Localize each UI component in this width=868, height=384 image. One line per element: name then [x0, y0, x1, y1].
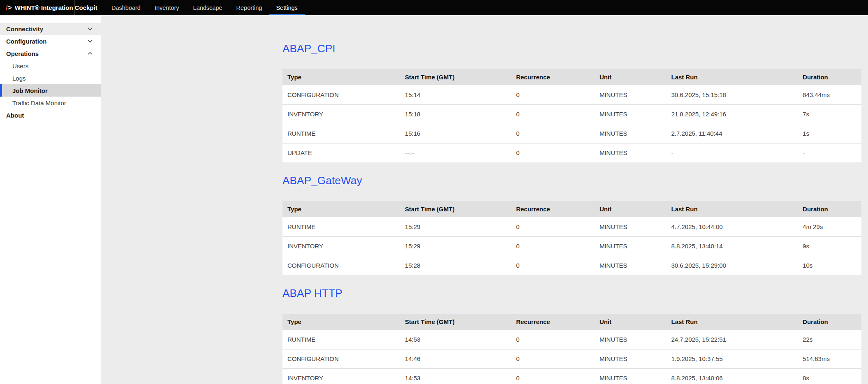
- sidebar-item-label: Connectivity: [6, 25, 43, 32]
- cell-unit: MINUTES: [595, 349, 667, 368]
- job-table: TypeStart Time (GMT)RecurrenceUnitLast R…: [282, 69, 861, 162]
- column-header: Unit: [595, 201, 667, 217]
- tab-landscape[interactable]: Landscape: [186, 0, 229, 15]
- column-header: Start Time (GMT): [400, 201, 511, 217]
- column-header: Duration: [798, 69, 861, 85]
- cell-last-run: 21.8.2025, 12:49:16: [666, 104, 798, 124]
- cell-type: RUNTIME: [282, 217, 400, 236]
- job-table: TypeStart Time (GMT)RecurrenceUnitLast R…: [282, 201, 861, 275]
- chevron-down-icon: [88, 39, 93, 43]
- cell-unit: MINUTES: [595, 217, 667, 236]
- column-header: Recurrence: [511, 201, 595, 217]
- cell-start-time: 15:18: [400, 104, 511, 124]
- column-header: Duration: [798, 314, 861, 330]
- sidebar-item-logs[interactable]: Logs: [0, 72, 101, 84]
- cell-recurrence: 0: [511, 217, 595, 236]
- cell-duration: 4m 29s: [798, 217, 861, 236]
- cell-type: CONFIGURATION: [282, 256, 400, 275]
- column-header: Type: [282, 201, 400, 217]
- cell-start-time: 14:53: [400, 330, 511, 349]
- tab-inventory[interactable]: Inventory: [148, 0, 186, 15]
- cell-recurrence: 0: [511, 330, 595, 349]
- cell-last-run: 4.7.2025, 10:44:00: [666, 217, 798, 236]
- sidebar-item-job-monitor[interactable]: Job Monitor: [0, 84, 101, 97]
- cell-duration: 843.44ms: [798, 85, 861, 104]
- cell-last-run: 8.8.2025, 13:40:14: [666, 236, 798, 256]
- column-header: Type: [282, 69, 400, 85]
- sidebar-item-about[interactable]: About: [0, 109, 101, 121]
- table-row: INVENTORY15:180MINUTES21.8.2025, 12:49:1…: [282, 104, 861, 124]
- section-abap-http: ABAP HTTP TypeStart Time (GMT)Recurrence…: [282, 286, 861, 384]
- chevron-up-icon: [88, 52, 93, 55]
- cell-duration: 8s: [798, 368, 861, 384]
- cell-recurrence: 0: [511, 85, 595, 104]
- job-table: TypeStart Time (GMT)RecurrenceUnitLast R…: [282, 314, 861, 384]
- sidebar-item-label: About: [6, 112, 24, 119]
- chevron-down-icon: [88, 27, 93, 30]
- column-header: Unit: [595, 314, 667, 330]
- tab-dashboard[interactable]: Dashboard: [104, 0, 148, 15]
- sidebar-item-configuration[interactable]: Configuration: [0, 35, 101, 47]
- cell-recurrence: 0: [511, 256, 595, 275]
- cell-duration: 514.63ms: [798, 349, 861, 368]
- section-heading: ABAP HTTP: [282, 286, 861, 300]
- tab-settings[interactable]: Settings: [269, 0, 304, 15]
- cell-start-time: 15:28: [400, 256, 511, 275]
- topbar-divider: [74, 0, 75, 15]
- cell-type: RUNTIME: [282, 124, 400, 143]
- job-monitor-content: ABAP_CPI TypeStart Time (GMT)RecurrenceU…: [282, 15, 861, 384]
- table-row: INVENTORY14:530MINUTES8.8.2025, 13:40:06…: [282, 368, 861, 384]
- cell-recurrence: 0: [511, 104, 595, 124]
- cell-unit: MINUTES: [595, 85, 667, 104]
- cell-duration: 1s: [798, 124, 861, 143]
- cell-duration: 9s: [798, 236, 861, 256]
- cell-recurrence: 0: [511, 236, 595, 256]
- column-header: Unit: [595, 69, 667, 85]
- top-bar: /> WHINT® Integration Cockpit Dashboard …: [0, 0, 868, 15]
- table-header-row: TypeStart Time (GMT)RecurrenceUnitLast R…: [282, 201, 861, 217]
- cell-last-run: 8.8.2025, 13:40:06: [666, 368, 798, 384]
- section-heading: ABAP_GateWay: [282, 173, 861, 187]
- column-header: Start Time (GMT): [400, 69, 511, 85]
- cell-duration: 22s: [798, 330, 861, 349]
- column-header: Last Run: [666, 201, 798, 217]
- app-logo[interactable]: /> WHINT® Integration Cockpit: [0, 0, 74, 15]
- table-row: INVENTORY15:290MINUTES8.8.2025, 13:40:14…: [282, 236, 861, 256]
- cell-duration: 10s: [798, 256, 861, 275]
- column-header: Duration: [798, 201, 861, 217]
- cell-type: INVENTORY: [282, 368, 400, 384]
- cell-last-run: 30.6.2025, 15:29:00: [666, 256, 798, 275]
- cell-last-run: 2.7.2025, 11:40:44: [666, 124, 798, 143]
- cell-type: UPDATE: [282, 143, 400, 162]
- cell-start-time: --:--: [400, 143, 511, 162]
- cell-type: RUNTIME: [282, 330, 400, 349]
- sidebar-item-operations[interactable]: Operations: [0, 47, 101, 60]
- column-header: Last Run: [666, 314, 798, 330]
- sidebar-item-users[interactable]: Users: [0, 60, 101, 72]
- table-row: RUNTIME15:290MINUTES4.7.2025, 10:44:004m…: [282, 217, 861, 236]
- cell-start-time: 15:16: [400, 124, 511, 143]
- tab-reporting[interactable]: Reporting: [229, 0, 269, 15]
- cell-type: INVENTORY: [282, 104, 400, 124]
- cell-start-time: 14:46: [400, 349, 511, 368]
- cell-unit: MINUTES: [595, 104, 667, 124]
- cell-last-run: -: [666, 143, 798, 162]
- cell-start-time: 15:29: [400, 217, 511, 236]
- column-header: Last Run: [666, 69, 798, 85]
- cell-start-time: 15:29: [400, 236, 511, 256]
- cell-unit: MINUTES: [595, 256, 667, 275]
- cell-unit: MINUTES: [595, 330, 667, 349]
- cell-start-time: 14:53: [400, 368, 511, 384]
- cell-type: CONFIGURATION: [282, 85, 400, 104]
- cell-recurrence: 0: [511, 368, 595, 384]
- sidebar-item-traffic-data-monitor[interactable]: Traffic Data Monitor: [0, 97, 101, 109]
- cell-unit: MINUTES: [595, 124, 667, 143]
- column-header: Recurrence: [511, 69, 595, 85]
- sidebar-item-connectivity[interactable]: Connectivity: [0, 23, 101, 35]
- table-row: CONFIGURATION14:460MINUTES1.9.2025, 10:3…: [282, 349, 861, 368]
- table-header-row: TypeStart Time (GMT)RecurrenceUnitLast R…: [282, 314, 861, 330]
- sidebar: Connectivity Configuration Operations Us…: [0, 15, 101, 384]
- logo-code-icon: />: [6, 4, 12, 11]
- section-abap-cpi: ABAP_CPI TypeStart Time (GMT)RecurrenceU…: [282, 42, 861, 162]
- cell-type: CONFIGURATION: [282, 349, 400, 368]
